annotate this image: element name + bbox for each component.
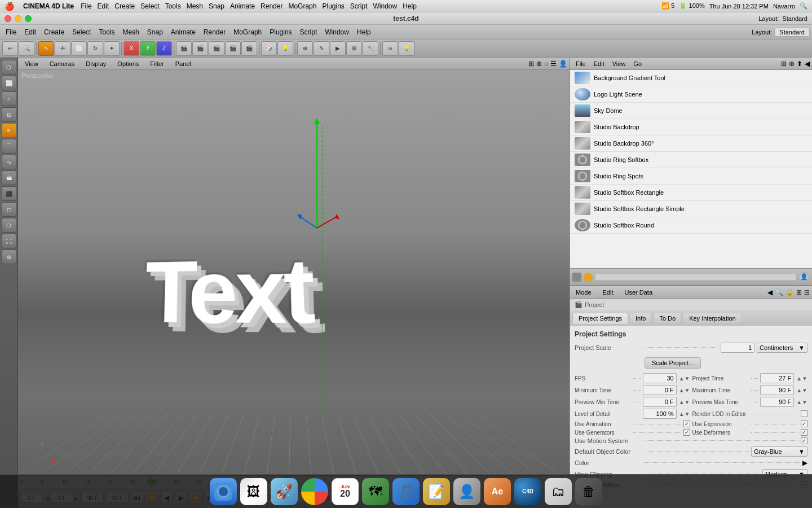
default-color-dropdown[interactable]: Gray-Blue▼ [751, 446, 807, 457]
attr-userdata-tab[interactable]: User Data [621, 288, 656, 297]
obj-studio-softbox-round[interactable]: Studio Softbox Round [570, 217, 812, 234]
obj-studio-backdrop[interactable]: Studio Backdrop [570, 119, 812, 135]
dock-itunes[interactable]: 🎵 [392, 478, 420, 505]
browser-icon3[interactable]: ⬆ [797, 60, 802, 68]
viewport-tab-filter[interactable]: Filter [145, 59, 168, 68]
dock-contacts[interactable]: 👤 [453, 478, 480, 505]
attr-add[interactable]: ⊞ [796, 288, 802, 296]
browser-tab-view[interactable]: View [609, 59, 629, 68]
maximize-button[interactable] [25, 15, 32, 22]
lod-stepper[interactable]: ▲▼ [679, 411, 690, 417]
fps-stepper[interactable]: ▲▼ [679, 375, 690, 382]
tool-box[interactable]: ⬜ [2, 76, 16, 90]
c4d-mesh[interactable]: Mesh [119, 27, 142, 37]
redo-btn[interactable]: 🔍 [19, 41, 34, 56]
z-axis[interactable]: Z [156, 41, 172, 56]
close-button[interactable] [5, 15, 11, 22]
combined-tool[interactable]: ✦ [104, 41, 120, 56]
obj-studio-softbox-rect[interactable]: Studio Softbox Rectangle [570, 185, 812, 201]
menu-render[interactable]: Render [261, 2, 283, 10]
scale-tool[interactable]: ⬜ [71, 41, 87, 56]
dock-ae[interactable]: Ae [484, 478, 511, 505]
obj-background-gradient[interactable]: Background Gradient Tool [570, 70, 812, 86]
menu-edit[interactable]: Edit [98, 2, 109, 10]
browser-search-bar[interactable] [595, 274, 796, 281]
attr-more[interactable]: ⊟ [804, 288, 810, 296]
object-mode[interactable]: 🎬 [176, 41, 192, 56]
dock-calendar[interactable]: JUN 20 [332, 478, 359, 505]
viewport-tab-panel[interactable]: Panel [171, 59, 196, 68]
viewport-icon3[interactable]: ○ [544, 60, 548, 68]
attr-tab-info[interactable]: Info [629, 313, 652, 324]
c4d-edit[interactable]: Edit [21, 27, 39, 37]
menu-snap[interactable]: Snap [209, 2, 224, 10]
viewport-tab-display[interactable]: Display [81, 59, 111, 68]
dock-finder[interactable] [210, 478, 237, 505]
attr-edit-tab[interactable]: Edit [599, 288, 617, 297]
obj-studio-ring-softbox[interactable]: Studio Ring Softbox [570, 152, 812, 168]
viewport-icon2[interactable]: ⊕ [536, 60, 542, 68]
rotate-tool[interactable]: ↻ [87, 41, 103, 56]
scale-project-btn[interactable]: Scale Project... [645, 357, 701, 369]
obj-sky-dome[interactable]: Sky Dome [570, 103, 812, 119]
tool-sphere[interactable]: ○ [2, 91, 16, 106]
use-def-checkbox[interactable] [801, 429, 807, 436]
render-view[interactable]: ⊕ [297, 41, 313, 56]
menu-select[interactable]: Select [140, 2, 159, 10]
mode3[interactable]: 🎬 [209, 41, 224, 56]
browser-btn1[interactable] [572, 273, 581, 282]
max-time-input[interactable] [760, 385, 794, 395]
tool-deform[interactable]: ∿ [2, 155, 16, 169]
dock-c4d[interactable]: C4D [514, 478, 541, 505]
menu-mograph[interactable]: MoGraph [288, 2, 316, 10]
dock-launchpad[interactable]: 🚀 [271, 478, 298, 505]
viewport-icon4[interactable]: ☰ [550, 60, 557, 68]
menu-animate[interactable]: Animate [230, 2, 255, 10]
layout-dropdown[interactable]: Standard [774, 28, 810, 37]
c4d-file[interactable]: File [2, 27, 20, 37]
attr-mode-tab[interactable]: Mode [572, 288, 595, 297]
fps-input[interactable] [643, 373, 677, 383]
menu-window[interactable]: Window [373, 2, 398, 10]
c4d-mograph[interactable]: MoGraph [230, 27, 265, 37]
obj-studio-softbox-simple[interactable]: Studio Softbox Rectangle Simple [570, 201, 812, 217]
tool-light[interactable]: ◻ [2, 202, 16, 217]
render-lod-checkbox[interactable] [801, 410, 807, 417]
use-anim-checkbox[interactable] [683, 421, 690, 427]
min-time-input[interactable] [643, 385, 677, 395]
c4d-tools[interactable]: Tools [95, 27, 118, 37]
viewport-tab-cameras[interactable]: Cameras [45, 59, 80, 68]
c4d-script[interactable]: Script [297, 27, 321, 37]
tool-nurbs[interactable]: ⌒ [2, 139, 16, 154]
apple-menu[interactable]: 🍎 [5, 2, 14, 11]
c4d-snap[interactable]: Snap [144, 27, 166, 37]
obj-studio-backdrop-360[interactable]: Studio Backdrop 360° [570, 135, 812, 152]
menu-tools[interactable]: Tools [165, 2, 181, 10]
viewport-tab-view[interactable]: View [20, 59, 43, 68]
max-time-stepper[interactable]: ▲▼ [796, 387, 807, 393]
snap-toggle[interactable]: ∞ [382, 41, 398, 56]
attr-lock[interactable]: 🔒 [785, 288, 794, 296]
preview-min-stepper[interactable]: ▲▼ [679, 399, 690, 405]
c4d-render[interactable]: Render [200, 27, 229, 37]
dock-chrome[interactable] [301, 478, 328, 505]
lod-input[interactable] [643, 409, 677, 419]
view-cube[interactable]: 🎲 [261, 41, 277, 56]
menu-plugins[interactable]: Plugins [322, 2, 344, 10]
render-active[interactable]: ▶ [330, 41, 346, 56]
tool-layers[interactable]: ≡ [2, 123, 16, 138]
x-axis[interactable]: X [123, 41, 139, 56]
project-scale-input[interactable] [721, 343, 754, 353]
preview-min-input[interactable] [643, 397, 677, 407]
c4d-create[interactable]: Create [41, 27, 68, 37]
preview-max-input[interactable] [760, 397, 794, 407]
undo-btn[interactable]: ↩ [2, 41, 18, 56]
browser-tab-file[interactable]: File [572, 59, 589, 68]
tool-polygon[interactable]: ⬡ [2, 60, 16, 75]
menu-mesh[interactable]: Mesh [187, 2, 203, 10]
attr-tab-key-interp[interactable]: Key Interpolation [683, 313, 742, 324]
project-scale-unit[interactable]: Centimeters▼ [757, 343, 807, 353]
solo-btn[interactable]: 💡 [399, 41, 414, 56]
browser-tab-go[interactable]: Go [630, 59, 645, 68]
attr-search[interactable]: 🔍 [775, 288, 783, 296]
